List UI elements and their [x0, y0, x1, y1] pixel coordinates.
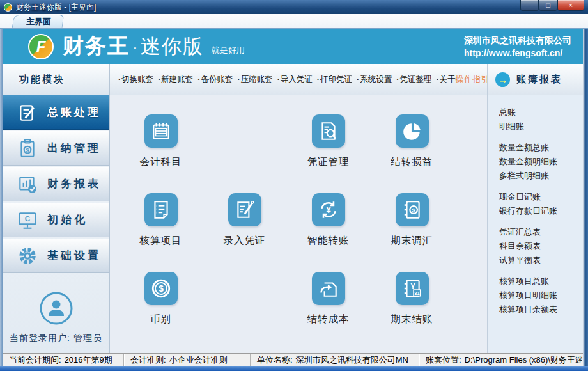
tile-accounting-items[interactable]: 核算项目: [119, 193, 203, 272]
book-yen-calendar-icon: ¥ 31: [401, 278, 423, 299]
menu-item-switch-account[interactable]: ·切换账套: [118, 74, 153, 85]
menu-item-system-settings[interactable]: ·系统设置: [357, 74, 392, 85]
report-group: 核算项目总账 核算项目明细账 核算项目余额表: [499, 274, 583, 317]
app-logo-icon: [4, 3, 12, 12]
doc-list-icon: [150, 199, 172, 221]
report-item-accounting-item-balance[interactable]: 核算项目余额表: [499, 303, 583, 317]
report-item-voucher-summary[interactable]: 凭证汇总表: [499, 225, 583, 239]
report-group: 现金日记账 银行存款日记账: [499, 190, 583, 218]
tab-main[interactable]: 主界面: [12, 15, 65, 28]
reports-title: 账簿报表: [516, 74, 562, 86]
doc-magnifier-icon: [318, 120, 339, 142]
operation-guide-link[interactable]: 操作指引: [456, 74, 490, 85]
status-accounting-standard: 会计准则:小企业会计准则: [124, 354, 251, 366]
current-user-label: 当前登录用户: 管理员: [3, 333, 109, 344]
report-group: 总账 明细账: [499, 106, 583, 134]
arrow-right-icon: →: [495, 72, 510, 87]
tile-label: 币别: [150, 313, 171, 326]
company-name: 深圳市风之讯科技有限公司: [464, 34, 571, 47]
menu-item-new-account[interactable]: ·新建账套: [158, 74, 193, 85]
tile-label: 结转损益: [391, 155, 433, 169]
menu-bullet: ·: [436, 75, 438, 84]
report-item-bank-journal[interactable]: 银行存款日记账: [499, 204, 583, 218]
report-item-cash-journal[interactable]: 现金日记账: [499, 190, 583, 204]
report-item-qty-amount-general[interactable]: 数量金额总账: [499, 141, 583, 155]
menu-item-voucher-sort[interactable]: ·凭证整理: [396, 74, 431, 85]
report-item-accounting-item-detail[interactable]: 核算项目明细账: [499, 288, 583, 303]
menu-item-compress-account[interactable]: ·压缩账套: [238, 74, 273, 85]
sidebar-item-label: 总账处理: [47, 105, 101, 120]
tile-currency[interactable]: $ 币别: [119, 272, 203, 351]
sidebar-item-initialization[interactable]: C 初始化: [3, 203, 109, 237]
tile-label: 期末结账: [391, 313, 433, 326]
report-item-subject-balance[interactable]: 科目余额表: [499, 239, 583, 253]
reports-panel: → 账簿报表 总账 明细账 数量金额总账 数量金额明细账 多栏式明细账 现金日记…: [487, 64, 583, 353]
report-item-multi-column-detail[interactable]: 多栏式明细账: [499, 169, 583, 183]
reports-header: → 账簿报表: [488, 64, 583, 95]
maximize-button[interactable]: □: [539, 0, 557, 11]
sidebar-item-cashier[interactable]: $ 出纳管理: [3, 131, 109, 166]
menu-bullet: ·: [118, 75, 121, 84]
window-frame-right: [583, 29, 588, 371]
menu-bullet: ·: [317, 75, 320, 84]
doc-pencil-icon: [234, 199, 256, 221]
close-button[interactable]: ×: [557, 0, 584, 11]
menu-bullet: ·: [238, 75, 240, 84]
company-block: 深圳市风之讯科技有限公司 http://www.fengsoft.cn/: [464, 34, 571, 59]
report-item-qty-amount-detail[interactable]: 数量金额明细账: [499, 155, 583, 169]
tile-smart-transfer[interactable]: ¥ 智能转账: [286, 193, 370, 272]
menu-item-print-voucher[interactable]: ·打印凭证: [317, 74, 352, 85]
status-accounting-period: 当前会计期间:2016年第9期: [3, 354, 124, 366]
sidebar-item-general-ledger[interactable]: 总账处理: [3, 95, 109, 130]
sidebar: 功能模块 总账处理 $ 出纳管理: [3, 64, 110, 353]
center-panel: ·切换账套 ·新建账套 ·备份账套 ·压缩账套 ·导入凭证 ·打印凭证 ·系统设…: [110, 64, 487, 353]
gear-icon: [17, 245, 38, 267]
sidebar-item-financial-reports[interactable]: 财务报表: [3, 167, 109, 201]
menu-item-backup-account[interactable]: ·备份账套: [197, 74, 233, 85]
pie-chart-icon: [401, 120, 423, 142]
content-area: 功能模块 总账处理 $ 出纳管理: [3, 64, 583, 353]
notebook-grid-icon: [150, 120, 172, 142]
report-group: 凭证汇总表 科目余额表 试算平衡表: [499, 225, 583, 267]
menu-bullet: ·: [197, 75, 200, 84]
window-controls: – □ ×: [520, 0, 584, 11]
cycle-yen-icon: ¥: [318, 199, 339, 221]
tile-enter-voucher[interactable]: 录入凭证: [203, 193, 286, 272]
report-item-accounting-item-general[interactable]: 核算项目总账: [499, 274, 583, 288]
dollar-circle-icon: $: [150, 278, 172, 299]
reports-list: 总账 明细账 数量金额总账 数量金额明细账 多栏式明细账 现金日记账 银行存款日…: [488, 95, 583, 324]
tile-carry-forward-profit-loss[interactable]: 结转损益: [370, 114, 454, 193]
app-header: F 财务王 · 迷你版 就是好用 深圳市风之讯科技有限公司 http://www…: [3, 29, 583, 64]
svg-text:¥: ¥: [326, 205, 331, 215]
tile-period-end-closing[interactable]: ¥ 31 期末结账: [370, 272, 454, 351]
menu-bullet: ·: [158, 75, 160, 84]
tile-voucher-management[interactable]: 凭证管理: [286, 114, 370, 193]
menu-item-import-voucher[interactable]: ·导入凭证: [277, 74, 313, 85]
current-user-block: 当前登录用户: 管理员: [3, 292, 109, 353]
tile-carry-forward-cost[interactable]: 结转成本: [286, 272, 370, 351]
tile-label: 会计科目: [140, 155, 182, 169]
menu-item-about[interactable]: ·关于: [436, 74, 455, 85]
tile-label: 凭证管理: [307, 155, 350, 169]
chart-check-icon: [17, 173, 38, 195]
svg-text:C: C: [25, 214, 31, 223]
report-item-general-ledger[interactable]: 总账: [499, 106, 583, 120]
tile-label: 录入凭证: [224, 234, 266, 248]
sidebar-item-label: 基础设置: [47, 248, 101, 263]
report-item-trial-balance[interactable]: 试算平衡表: [499, 253, 583, 267]
app-window: 财务王迷你版 - [主界面] – □ × 主界面 F 财务王 · 迷你版 就是好…: [0, 0, 588, 371]
report-item-detail-ledger[interactable]: 明细账: [499, 120, 583, 134]
window-frame-bottom: [0, 366, 588, 371]
menu-bullet: ·: [357, 75, 359, 84]
company-website[interactable]: http://www.fengsoft.cn/: [464, 47, 571, 59]
minimize-button[interactable]: –: [520, 0, 539, 11]
status-company-name: 单位名称:深圳市风之讯科技有限公司MN: [251, 354, 419, 366]
svg-text:$: $: [26, 146, 29, 153]
svg-text:$: $: [159, 283, 164, 294]
menu-bullet: ·: [277, 75, 280, 84]
sidebar-item-basic-settings[interactable]: 基础设置: [3, 239, 109, 273]
tile-period-end-exchange-adjust[interactable]: $ 期末调汇: [370, 193, 454, 272]
svg-text:$: $: [412, 207, 415, 214]
tab-main-label: 主界面: [26, 16, 51, 28]
tile-accounting-subjects[interactable]: 会计科目: [119, 114, 203, 193]
